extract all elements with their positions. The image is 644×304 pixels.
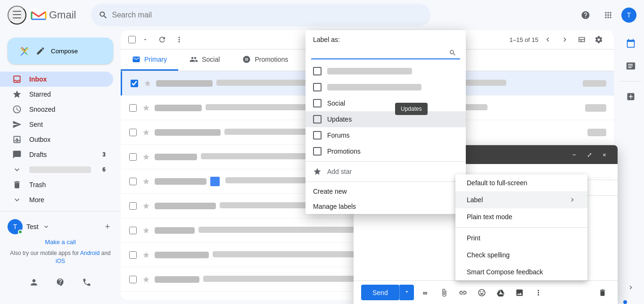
- settings-button[interactable]: [591, 32, 606, 47]
- label-item-forums[interactable]: Forums: [305, 127, 466, 143]
- compose-more-options-button[interactable]: [531, 285, 546, 300]
- compose-photo-button[interactable]: [512, 285, 527, 300]
- email-checkbox[interactable]: [128, 275, 138, 284]
- star-button[interactable]: [141, 177, 151, 186]
- compose-minimize-button[interactable]: −: [569, 149, 580, 160]
- sidebar-item-inbox[interactable]: Inbox: [0, 72, 113, 87]
- label-search-box[interactable]: [311, 47, 460, 59]
- google-calendar-button[interactable]: [621, 34, 640, 53]
- context-item-fullscreen[interactable]: Default to full-screen: [455, 174, 587, 191]
- add-account-button[interactable]: +: [102, 221, 113, 232]
- more-actions-button[interactable]: [172, 32, 187, 47]
- make-call-link[interactable]: Make a call: [45, 238, 76, 246]
- label-checkbox-updates[interactable]: [313, 115, 322, 123]
- next-page-button[interactable]: [557, 32, 572, 47]
- star-button[interactable]: [141, 275, 151, 284]
- tab-promotions[interactable]: Promotions: [231, 49, 299, 71]
- star-button[interactable]: [141, 103, 151, 113]
- label-dropdown[interactable]: Label as: Social Updates Forums: [305, 30, 466, 214]
- send-button-group[interactable]: Send: [361, 285, 414, 300]
- email-checkbox[interactable]: [130, 79, 139, 88]
- send-button[interactable]: Send: [361, 285, 399, 300]
- add-plugin-button[interactable]: [621, 87, 640, 106]
- refresh-button[interactable]: [155, 32, 170, 47]
- context-item-spelling[interactable]: Check spelling: [455, 246, 587, 263]
- promotions-tab-icon: [242, 55, 251, 64]
- label-item-blurred2[interactable]: [305, 79, 466, 95]
- context-item-label[interactable]: Label: [455, 191, 587, 208]
- email-checkbox[interactable]: [128, 128, 138, 137]
- label-add-star[interactable]: Add star: [305, 164, 466, 180]
- google-tasks-button[interactable]: [621, 57, 640, 75]
- sidebar-item-outbox[interactable]: Outbox: [0, 132, 113, 147]
- compose-close-button[interactable]: ×: [599, 149, 610, 160]
- account-button[interactable]: [25, 273, 43, 292]
- label-checkbox-promotions[interactable]: [313, 147, 322, 156]
- search-input[interactable]: [112, 11, 423, 19]
- label-search-input[interactable]: [315, 49, 445, 57]
- compose-drive-button[interactable]: [493, 285, 508, 300]
- manage-labels[interactable]: Manage labels: [305, 199, 466, 214]
- star-button[interactable]: [141, 226, 151, 235]
- star-button[interactable]: [141, 250, 151, 260]
- label-checkbox-forums[interactable]: [313, 131, 322, 140]
- star-button[interactable]: [141, 152, 151, 162]
- sidebar-item-snoozed[interactable]: Snoozed: [0, 102, 113, 117]
- sidebar-item-starred[interactable]: Starred: [0, 87, 113, 102]
- email-checkbox[interactable]: [128, 152, 138, 162]
- compose-format-button[interactable]: [418, 285, 433, 300]
- compose-button[interactable]: Compose: [8, 38, 113, 64]
- ios-link[interactable]: iOS: [56, 258, 65, 264]
- prev-page-button[interactable]: [540, 32, 555, 47]
- create-new-label[interactable]: Create new: [305, 184, 466, 199]
- view-options-button[interactable]: [574, 32, 589, 47]
- compose-fullscreen-button[interactable]: ⤢: [584, 149, 595, 160]
- tab-primary[interactable]: Primary: [121, 49, 178, 71]
- select-all-checkbox[interactable]: [128, 36, 136, 43]
- label-checkbox-2[interactable]: [313, 83, 322, 91]
- sidebar-item-drafts[interactable]: Drafts 3: [0, 147, 113, 162]
- context-item-smart-compose[interactable]: Smart Compose feedback: [455, 263, 587, 280]
- label-checkbox-1[interactable]: [313, 67, 322, 75]
- compose-emoji-button[interactable]: [474, 285, 489, 300]
- hamburger-menu[interactable]: [8, 6, 26, 25]
- avatar[interactable]: T: [621, 8, 636, 23]
- user-avatar[interactable]: T: [8, 219, 23, 234]
- star-button[interactable]: [141, 201, 151, 211]
- label-item-promotions[interactable]: Promotions: [305, 143, 466, 159]
- phone-button[interactable]: [77, 273, 96, 292]
- compose-link-button[interactable]: [455, 285, 471, 300]
- email-checkbox[interactable]: [128, 299, 138, 301]
- send-dropdown-button[interactable]: [399, 285, 414, 300]
- top-right-icons: T: [576, 6, 636, 25]
- tab-social[interactable]: Social: [178, 49, 231, 71]
- search-box[interactable]: [91, 4, 430, 26]
- support-button[interactable]: [51, 273, 70, 292]
- sidebar-item-more[interactable]: More: [0, 192, 113, 207]
- label-checkbox-social[interactable]: [313, 99, 322, 107]
- label-item-blurred1[interactable]: [305, 63, 466, 79]
- email-checkbox[interactable]: [128, 103, 138, 113]
- label-item-social[interactable]: Social: [305, 95, 466, 111]
- label-item-updates[interactable]: Updates: [305, 111, 466, 127]
- email-checkbox[interactable]: [128, 177, 138, 186]
- context-menu[interactable]: Default to full-screen Label Plain text …: [455, 174, 587, 280]
- context-item-print[interactable]: Print: [455, 230, 587, 246]
- compose-attach-button[interactable]: [437, 285, 452, 300]
- star-button[interactable]: [141, 299, 151, 301]
- star-button[interactable]: [141, 128, 151, 137]
- email-checkbox[interactable]: [128, 250, 138, 260]
- email-checkbox[interactable]: [128, 226, 138, 235]
- context-item-plaintext[interactable]: Plain text mode: [455, 208, 587, 225]
- sidebar-item-labels[interactable]: 6: [0, 162, 113, 177]
- compose-delete-button[interactable]: [595, 285, 610, 300]
- select-dropdown-button[interactable]: [138, 32, 153, 47]
- help-button[interactable]: [576, 6, 595, 25]
- email-checkbox[interactable]: [128, 201, 138, 211]
- android-link[interactable]: Android: [80, 250, 99, 256]
- apps-button[interactable]: [599, 6, 618, 25]
- sidebar-item-trash[interactable]: Trash: [0, 177, 113, 192]
- sidebar-item-sent[interactable]: Sent: [0, 117, 113, 132]
- expand-panel[interactable]: [627, 284, 635, 300]
- star-button[interactable]: [143, 79, 152, 88]
